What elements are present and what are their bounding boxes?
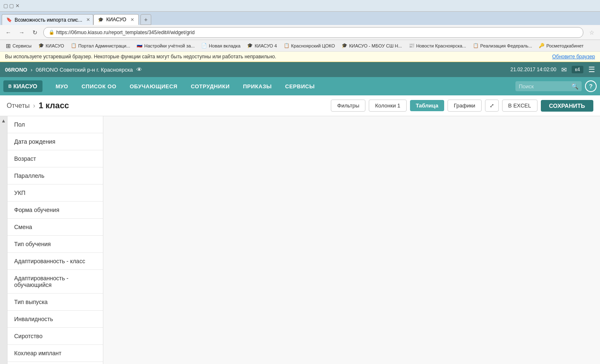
bookmark-mbou-icon: 🎓	[342, 43, 348, 48]
bookmark-settings-label: Настройки учётной за...	[144, 43, 195, 48]
url-text: https://06muo.kiasuo.ru/report_templates…	[56, 30, 195, 35]
sidebar-item-grad-type[interactable]: Тип выпуска	[8, 294, 103, 311]
bookmark-mbou-label: КИАСУО - МБОУ СШ Н...	[349, 43, 402, 48]
new-tab-button[interactable]: +	[140, 14, 151, 25]
sidebar-item-shift[interactable]: Смена	[8, 219, 103, 236]
sidebar-item-study-type[interactable]: Тип обучения	[8, 236, 103, 253]
brand-logo[interactable]: В КИАСУО	[3, 80, 42, 92]
search-input[interactable]	[519, 83, 569, 90]
nav-orders[interactable]: ПРИКАЗЫ	[236, 77, 278, 95]
bookmark-mbou[interactable]: 🎓 КИАСУО - МБОУ СШ Н...	[339, 42, 405, 49]
bookmark-rosmet-icon: 🔑	[539, 43, 545, 48]
bookmark-star[interactable]: ☆	[587, 27, 597, 37]
bookmark-kiasuo4-icon: 🎓	[247, 43, 253, 48]
save-button[interactable]: СОХРАНИТЬ	[541, 100, 593, 112]
sidebar-item-birthdate[interactable]: Дата рождения	[8, 133, 103, 150]
bookmark-settings[interactable]: 🇷🇺 Настройки учётной за...	[134, 42, 197, 49]
apps-icon: ⊞	[6, 42, 11, 49]
org-name: 06RONO Советский р-н г. Красноярска	[36, 67, 133, 73]
nav-list[interactable]: СПИСОК ОО	[75, 77, 123, 95]
bookmark-kiasuo[interactable]: 🎓 КИАСУО	[36, 42, 67, 49]
visibility-icon[interactable]: 👁	[136, 66, 142, 73]
search-bar: 🔍	[515, 81, 582, 91]
bookmark-newtab-icon: 📄	[201, 43, 207, 48]
refresh-button[interactable]: ↻	[30, 27, 40, 37]
sidebar-scroll-indicator: ▲	[0, 116, 8, 364]
bookmarks-bar: ⊞ Сервисы 🎓 КИАСУО 📋 Портал Администраци…	[0, 40, 600, 52]
apps-button[interactable]: ⊞ Сервисы	[3, 42, 34, 50]
main-area: ▲ Пол Дата рождения Возраст Параллель УК…	[0, 116, 600, 364]
sidebar-item-age[interactable]: Возраст	[8, 150, 103, 167]
nav-services[interactable]: СЕРВИСЫ	[278, 77, 321, 95]
forward-button[interactable]: →	[17, 27, 27, 37]
warning-banner: Вы используете устаревший браузер. Некот…	[0, 52, 600, 62]
warning-text: Вы используете устаревший браузер. Некот…	[5, 54, 276, 60]
page-content: Отчеты › 1 класс Фильтры Колонки 1 Табли…	[0, 95, 600, 364]
user-badge: к4	[572, 66, 583, 73]
topbar-left: 06RONO › 06RONO Советский р-н г. Красноя…	[5, 66, 142, 73]
browser-titlebar: ▢ ▢ ✕	[0, 0, 600, 12]
back-button[interactable]: ←	[3, 27, 13, 37]
bookmark-rosmet[interactable]: 🔑 Росметодкабинет	[536, 42, 586, 49]
tab-1-label: Возможность импорта спис...	[15, 17, 82, 23]
bookmark-kiasuo-icon: 🎓	[38, 43, 44, 48]
columns-button[interactable]: Колонки 1	[369, 100, 406, 112]
excel-button[interactable]: В EXCEL	[502, 100, 538, 112]
bookmark-coko-label: Красноярский ЦОКО	[291, 43, 335, 48]
sidebar-item-disability[interactable]: Инвалидность	[8, 311, 103, 328]
bookmark-news-label: Новости Красноярска...	[416, 43, 466, 48]
filters-button[interactable]: Фильтры	[331, 100, 365, 112]
bookmark-kiasuo4[interactable]: 🎓 КИАСУО 4	[245, 42, 279, 49]
sidebar-item-adapt-student[interactable]: Адаптированность - обучающийся	[8, 270, 103, 294]
scroll-up-arrow[interactable]: ▲	[1, 118, 6, 124]
bookmark-coko-icon: 📋	[284, 43, 290, 48]
sidebar-item-orphan[interactable]: Сиротство	[8, 328, 103, 345]
sidebar-item-adapt-class[interactable]: Адаптированность - класс	[8, 253, 103, 270]
window-controls: ▢ ▢ ✕	[3, 3, 20, 9]
tab-1-close[interactable]: ✕	[86, 17, 90, 22]
bookmark-news-icon: 📰	[409, 43, 415, 48]
nav-students[interactable]: ОБУЧАЮЩИЕСЯ	[123, 77, 184, 95]
bookmark-newtab-label: Новая вкладка	[209, 43, 240, 48]
bookmark-settings-icon: 🇷🇺	[137, 43, 142, 48]
sidebar-item-parallel[interactable]: Параллель	[8, 167, 103, 184]
app-topbar: 06RONO › 06RONO Советский р-н г. Красноя…	[0, 62, 600, 77]
sidebar: Пол Дата рождения Возраст Параллель УКП …	[8, 116, 103, 364]
bookmark-kiasuo-label: КИАСУО	[46, 43, 64, 48]
tab-2-close[interactable]: ✕	[130, 17, 134, 22]
toolbar-actions: Фильтры Колонки 1 Таблица Графики ⤢ В EX…	[331, 100, 593, 112]
bookmark-portal[interactable]: 📋 Портал Администраци...	[68, 42, 132, 49]
hamburger-menu-icon[interactable]: ☰	[588, 65, 595, 74]
tab-2[interactable]: 🎓 КИАСУО ✕	[93, 14, 139, 25]
breadcrumb-separator: ›	[33, 102, 35, 110]
breadcrumb-current: 1 класс	[39, 101, 69, 110]
breadcrumb: Отчеты › 1 класс	[7, 101, 69, 110]
nav-staff[interactable]: СОТРУДНИКИ	[184, 77, 236, 95]
bookmark-federal[interactable]: 📋 Реализация Федераль...	[470, 42, 535, 49]
expand-button[interactable]: ⤢	[485, 100, 499, 112]
mail-icon[interactable]: ✉	[561, 66, 567, 74]
help-button[interactable]: ?	[585, 80, 597, 92]
tab-2-icon: 🎓	[98, 17, 104, 22]
app-navbar: В КИАСУО МУО СПИСОК ОО ОБУЧАЮЩИЕСЯ СОТРУ…	[0, 77, 600, 95]
update-browser-link[interactable]: Обновите браузер	[552, 54, 595, 60]
search-icon[interactable]: 🔍	[571, 83, 578, 90]
sidebar-item-ukp[interactable]: УКП	[8, 184, 103, 202]
bookmark-coko[interactable]: 📋 Красноярский ЦОКО	[281, 42, 338, 49]
nav-muo[interactable]: МУО	[49, 77, 75, 95]
bookmark-news[interactable]: 📰 Новости Красноярска...	[406, 42, 469, 49]
url-bar[interactable]: 🔒 https://06muo.kiasuo.ru/report_templat…	[43, 27, 583, 38]
tab-1[interactable]: 🔖 Возможность импорта спис... ✕	[2, 14, 93, 25]
brand-name: КИАСУО	[13, 83, 38, 90]
charts-button[interactable]: Графики	[448, 100, 482, 112]
content-area	[103, 116, 600, 364]
bookmark-newtab[interactable]: 📄 Новая вкладка	[199, 42, 243, 49]
datetime: 21.02.2017 14:02:00	[510, 67, 556, 72]
topbar-right: 21.02.2017 14:02:00 ✉ к4 ☰	[510, 65, 595, 74]
table-button[interactable]: Таблица	[410, 100, 444, 111]
breadcrumb-parent[interactable]: Отчеты	[7, 102, 30, 110]
sidebar-item-gender[interactable]: Пол	[8, 116, 103, 133]
sidebar-item-cochlear[interactable]: Кохлеар имплант	[8, 345, 103, 362]
address-bar: ← → ↻ 🔒 https://06muo.kiasuo.ru/report_t…	[0, 25, 600, 40]
sidebar-item-study-form[interactable]: Форма обучения	[8, 202, 103, 219]
